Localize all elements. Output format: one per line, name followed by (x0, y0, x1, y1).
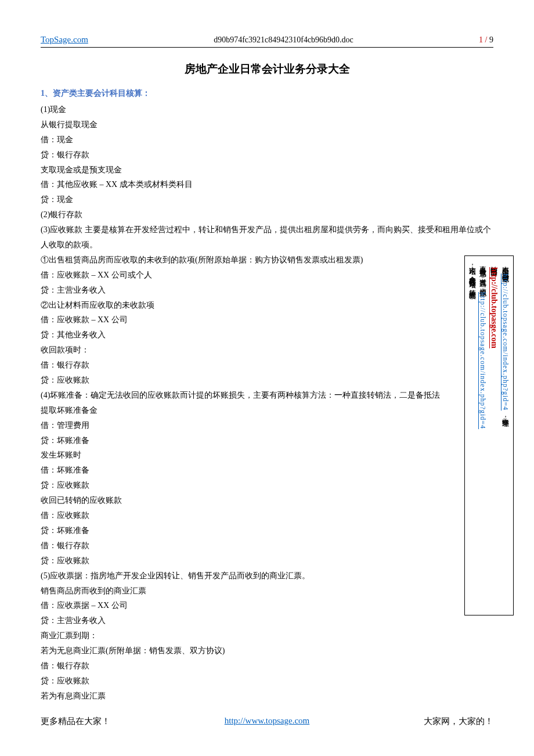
sidebar-text: 大家论坛，全免费公益性会计论坛，等待您的光临！ (468, 261, 477, 295)
body-line: 收回款项时： (41, 343, 493, 358)
body-line: 若为有息商业汇票 (41, 689, 493, 704)
body-line: 借：银行存款 (41, 358, 493, 373)
body-line: 贷：应收账款 (41, 373, 493, 388)
body-line: 借：应收账款 – XX 公司或个人 (41, 268, 493, 283)
body-line: 借：应收账款 (41, 508, 493, 523)
sidebar-text: 本资料由 大家论坛会计考试专区 (501, 261, 510, 273)
footer-link[interactable]: http://www.topsage.com (225, 716, 310, 727)
sidebar-main-link[interactable]: http://club.topasge.com (490, 267, 499, 348)
body-line: 贷：坏账准备 (41, 433, 493, 448)
footer-right: 大家网，大家的！ (424, 716, 493, 727)
page-sep: / (483, 35, 489, 44)
body-line: 贷：银行存款 (41, 147, 493, 163)
body-line: 商业汇票到期： (41, 628, 493, 643)
body-line: 借：应收票据 – XX 公司 (41, 598, 493, 613)
sidebar-col-4: 大家论坛，全免费公益性会计论坛，等待您的光临！ (467, 261, 478, 610)
header-site-link[interactable]: TopSage.com (41, 35, 88, 45)
header-filename: d90b974fc3921c84942310f4cb96b9d0.doc (214, 35, 353, 45)
body-content: (1)现金 从银行提取现金 借：现金 贷：银行存款 支取现金或是预支现金 借：其… (41, 102, 493, 704)
body-line: 借：其他应收账 – XX 成本类或材料类科目 (41, 177, 493, 192)
body-line: 贷：应收账款 (41, 553, 493, 568)
body-line: 支取现金或是预支现金 (41, 163, 493, 178)
body-line: 从银行提取现金 (41, 117, 493, 132)
sidebar-col-1: 本资料由 大家论坛会计考试专区 http://club.topsage.com/… (500, 261, 511, 610)
body-line: 贷：现金 (41, 192, 493, 207)
page-footer: 更多精品在大家！ http://www.topsage.com 大家网，大家的！ (41, 716, 493, 727)
body-line: (3)应收账款 主要是核算在开发经营过程中，转让和销售开发产品，提供出租房屋和提… (41, 222, 493, 253)
header-page-indicator: 1 / 9 (479, 35, 493, 45)
body-line: 借：银行存款 (41, 538, 493, 553)
page-total: 9 (489, 35, 493, 44)
body-line: 借：管理费用 (41, 418, 493, 433)
body-line: 销售商品房而收到的商业汇票 (41, 584, 493, 599)
body-line: 贷：应收账款 (41, 478, 493, 493)
sidebar-col-3: 更多会计考试信息，考试真题，模拟题：http://club.topsage.co… (478, 261, 488, 610)
body-line: 发生坏账时 (41, 448, 493, 463)
sidebar-link[interactable]: http://club.topsage.com/index.php?gid=4 (501, 273, 510, 411)
body-line: (2)银行存款 (41, 207, 493, 222)
body-line: ②出让材料而应收取的未收款项 (41, 298, 493, 313)
body-line: 借：现金 (41, 132, 493, 147)
sidebar-link[interactable]: http://club.topsage.com/index.php?gid=4 (479, 292, 487, 429)
body-line: 借：应收账款 – XX 公司 (41, 312, 493, 327)
body-line: 借：银行存款 (41, 658, 493, 674)
body-line: (1)现金 (41, 102, 493, 117)
body-line: 贷：主营业务收入 (41, 613, 493, 628)
sidebar-text: 收集整理， (501, 411, 510, 423)
body-line: 贷：其他业务收入 (41, 327, 493, 343)
body-line: 若为无息商业汇票(所附单据：销售发票、双方协议) (41, 643, 493, 658)
body-line: 提取坏账准备金 (41, 403, 493, 418)
body-line: (5)应收票据：指房地产开发企业因转让、销售开发产品而收到的商业汇票。 (41, 568, 493, 584)
body-line: (4)坏账准备：确定无法收回的应收账款而计提的坏账损失，主要有两种核算方法：一种… (41, 388, 493, 403)
footer-left: 更多精品在大家！ (41, 716, 110, 727)
section-heading: 1、资产类主要会计科目核算： (41, 88, 493, 99)
document-title: 房地产企业日常会计业务分录大全 (41, 62, 493, 77)
body-line: 贷：坏账准备 (41, 523, 493, 538)
sidebar-note: 本资料由 大家论坛会计考试专区 http://club.topsage.com/… (464, 255, 514, 615)
body-line: 贷：主营业务收入 (41, 283, 493, 298)
body-line: ①出售租赁商品房而应收取的未收到的款项(所附原始单据：购方协议销售发票或出租发票… (41, 253, 493, 268)
page-header: TopSage.com d90b974fc3921c84942310f4cb96… (41, 35, 493, 48)
body-line: 收回已转销的应收账款 (41, 493, 493, 508)
body-line: 借：坏账准备 (41, 463, 493, 478)
sidebar-text: 更多会计考试信息，考试真题，模拟题： (479, 261, 487, 292)
sidebar-text: 转载请注明出自 (490, 261, 498, 267)
sidebar-col-2: 转载请注明出自 http://club.topasge.com (488, 261, 500, 610)
body-line: 贷：应收账款 (41, 674, 493, 689)
